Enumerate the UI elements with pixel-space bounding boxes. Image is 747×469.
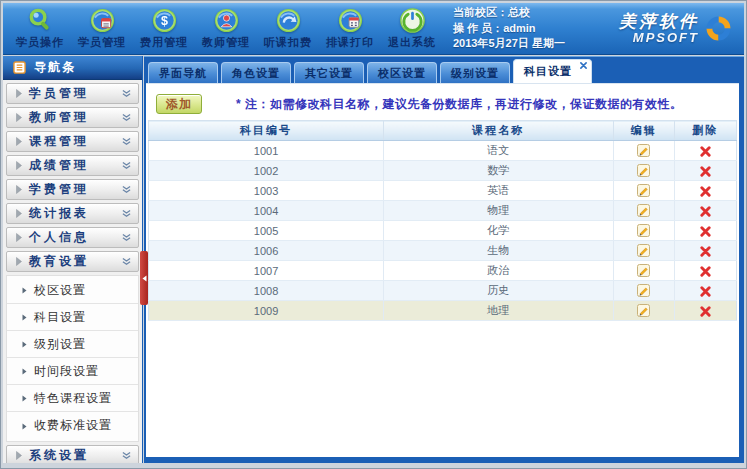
sidebar-group-1[interactable]: 学员管理	[6, 83, 139, 104]
sidebar-subitem-3[interactable]: 级别设置	[7, 331, 138, 358]
table-row: 1007政治	[149, 261, 737, 281]
toolbar-item-label: 费用管理	[140, 35, 188, 50]
delete-cell	[675, 281, 737, 301]
double-chevron-down-icon	[122, 113, 131, 122]
delete-icon[interactable]	[700, 226, 711, 237]
toolbar-item-label: 听课扣费	[264, 35, 312, 50]
column-header: 编辑	[613, 121, 675, 141]
sidebar-group-label: 学员管理	[29, 85, 89, 102]
session-operator-row: 操 作 员：admin	[453, 21, 565, 36]
student-manage-icon	[89, 7, 116, 34]
schedule-print-icon	[337, 7, 364, 34]
table-row: 1004物理	[149, 201, 737, 221]
sidebar-group-8[interactable]: 教育设置	[6, 251, 139, 272]
toolbar-item-3[interactable]: $费用管理	[133, 7, 195, 50]
sidebar-header: 导航条	[3, 56, 142, 80]
triangle-right-icon	[16, 161, 22, 170]
sidebar-subitem-1[interactable]: 校区设置	[7, 277, 138, 304]
delete-icon[interactable]	[700, 286, 711, 297]
edit-icon[interactable]	[637, 224, 650, 237]
tab-4[interactable]: 校区设置	[367, 62, 437, 83]
sidebar-subitem-2[interactable]: 科目设置	[7, 304, 138, 331]
edit-icon[interactable]	[637, 284, 650, 297]
delete-icon[interactable]	[700, 146, 711, 157]
edit-icon[interactable]	[637, 264, 650, 277]
toolbar-item-label: 退出系统	[388, 35, 436, 50]
double-chevron-down-icon	[122, 233, 131, 242]
triangle-right-small-icon	[22, 310, 27, 324]
edit-icon[interactable]	[637, 204, 650, 217]
tab-5[interactable]: 级别设置	[440, 62, 510, 83]
delete-icon[interactable]	[700, 266, 711, 277]
tab-2[interactable]: 角色设置	[221, 62, 291, 83]
tab-3[interactable]: 其它设置	[294, 62, 364, 83]
main-area: 界面导航角色设置其它设置校区设置级别设置科目设置 添加 * 注：如需修改科目名称…	[144, 56, 744, 463]
tab-label: 界面导航	[159, 66, 207, 81]
delete-icon[interactable]	[700, 166, 711, 177]
toolbar-item-label: 教师管理	[202, 35, 250, 50]
sidebar-group-label: 教师管理	[29, 109, 89, 126]
delete-icon[interactable]	[700, 186, 711, 197]
delete-icon[interactable]	[700, 206, 711, 217]
toolbar-item-1[interactable]: 学员操作	[9, 7, 71, 50]
table-row: 1008历史	[149, 281, 737, 301]
edit-icon[interactable]	[637, 164, 650, 177]
toolbar-item-6[interactable]: 排课打印	[319, 7, 381, 50]
sidebar-subitem-5[interactable]: 特色课程设置	[7, 385, 138, 412]
toolbar-item-7[interactable]: 退出系统	[381, 7, 443, 50]
app-window: 学员操作学员管理$费用管理教师管理听课扣费排课打印退出系统 当前校区：总校 操 …	[0, 0, 747, 469]
toolbar-item-5[interactable]: 听课扣费	[257, 7, 319, 50]
sidebar-subitem-label: 时间段设置	[34, 363, 99, 380]
sidebar-subitem-4[interactable]: 时间段设置	[7, 358, 138, 385]
sidebar-group-3[interactable]: 课程管理	[6, 131, 139, 152]
edit-cell	[613, 221, 675, 241]
sidebar-subitem-6[interactable]: 收费标准设置	[7, 412, 138, 439]
sidebar-group-7[interactable]: 个人信息	[6, 227, 139, 248]
tab-close-icon[interactable]	[580, 62, 587, 69]
top-toolbar: 学员操作学员管理$费用管理教师管理听课扣费排课打印退出系统 当前校区：总校 操 …	[3, 3, 744, 55]
brand-logo: 美萍软件 MPSOFT	[619, 13, 732, 44]
edit-cell	[613, 261, 675, 281]
subject-table: 科目编号课程名称编辑删除 1001语文1002数学1003英语1004物理100…	[148, 120, 737, 321]
app-frame: 学员操作学员管理$费用管理教师管理听课扣费排课打印退出系统 当前校区：总校 操 …	[3, 3, 744, 463]
subject-code-cell: 1008	[149, 281, 384, 301]
tab-6[interactable]: 科目设置	[513, 59, 592, 83]
sidebar-group-5[interactable]: 学费管理	[6, 179, 139, 200]
delete-icon[interactable]	[700, 306, 711, 317]
sidebar-group-2[interactable]: 教师管理	[6, 107, 139, 128]
sidebar-group-label: 教育设置	[29, 253, 89, 270]
sidebar-group-label: 系统设置	[29, 447, 89, 463]
sidebar-group-6[interactable]: 统计报表	[6, 203, 139, 224]
table-row: 1002数学	[149, 161, 737, 181]
sidebar-group-4[interactable]: 成绩管理	[6, 155, 139, 176]
course-name-cell: 语文	[384, 141, 613, 161]
svg-text:$: $	[161, 14, 168, 28]
sidebar-subitem-label: 科目设置	[34, 309, 86, 326]
course-name-cell: 物理	[384, 201, 613, 221]
toolbar-item-2[interactable]: 学员管理	[71, 7, 133, 50]
edit-icon[interactable]	[637, 244, 650, 257]
subject-code-cell: 1007	[149, 261, 384, 281]
edit-cell	[613, 141, 675, 161]
edit-icon[interactable]	[637, 304, 650, 317]
sidebar-collapse-handle[interactable]	[140, 251, 148, 305]
brand-name-en: MPSOFT	[619, 31, 699, 45]
sidebar-group-label: 课程管理	[29, 133, 89, 150]
edit-icon[interactable]	[637, 184, 650, 197]
column-header: 删除	[675, 121, 737, 141]
tab-1[interactable]: 界面导航	[148, 62, 218, 83]
delete-icon[interactable]	[700, 246, 711, 257]
toolbar-item-4[interactable]: 教师管理	[195, 7, 257, 50]
campus-value: 总校	[508, 6, 530, 18]
action-row: 添加 * 注：如需修改科目名称，建议先备份数据库，再进行修改，保证数据的有效性。	[146, 84, 739, 116]
sidebar-subitem-label: 级别设置	[34, 336, 86, 353]
subject-code-cell: 1003	[149, 181, 384, 201]
sidebar-title: 导航条	[34, 59, 76, 76]
toolbar-items: 学员操作学员管理$费用管理教师管理听课扣费排课打印退出系统	[3, 7, 443, 50]
sidebar-group-9[interactable]: 系统设置	[6, 445, 139, 463]
sidebar: 导航条 学员管理教师管理课程管理成绩管理学费管理统计报表个人信息教育设置校区设置…	[3, 56, 143, 463]
content-panel: 添加 * 注：如需修改科目名称，建议先备份数据库，再进行修改，保证数据的有效性。…	[146, 83, 739, 457]
edit-icon[interactable]	[637, 144, 650, 157]
subject-code-cell: 1002	[149, 161, 384, 181]
add-button[interactable]: 添加	[156, 94, 202, 114]
